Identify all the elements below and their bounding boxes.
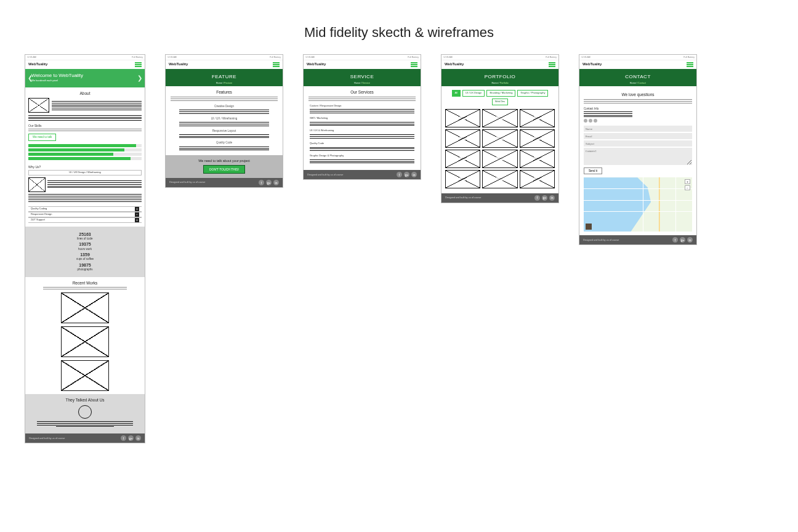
name-field[interactable]: [584, 126, 692, 132]
contact-intro: [584, 99, 692, 103]
contact-heading: We love questions: [584, 92, 692, 97]
logo[interactable]: WebTuality: [445, 62, 464, 66]
map[interactable]: + −: [584, 177, 692, 232]
work-thumb-2[interactable]: [61, 326, 109, 357]
feature-item-3: Responsive Layout: [179, 129, 269, 132]
linkedin-icon[interactable]: in: [687, 237, 693, 243]
gplus-icon[interactable]: g+: [266, 180, 272, 185]
facebook-icon[interactable]: [584, 119, 587, 123]
recent-works: Recent Works: [25, 281, 145, 392]
contact-info-heading: Contact Info: [584, 107, 692, 110]
about-heading: About: [25, 91, 145, 96]
linkedin-icon[interactable]: in: [411, 172, 417, 177]
map-zoom-out-icon[interactable]: −: [685, 185, 690, 190]
facebook-icon[interactable]: f: [121, 435, 126, 441]
hero-prev-icon[interactable]: ❮: [28, 75, 33, 82]
portfolio-thumb[interactable]: — • —: [445, 170, 480, 188]
breadcrumb: Home / Service: [304, 82, 421, 85]
contact-info-text: [584, 111, 632, 117]
gplus-icon[interactable]: g+: [680, 237, 685, 243]
features-intro: [171, 97, 278, 101]
menu-icon[interactable]: [135, 62, 142, 67]
cta-button[interactable]: DON'T TOUCH THIS!: [203, 165, 245, 174]
plus-icon: +: [135, 218, 139, 222]
wireframes-row: 12:35 AM Full Battery WebTuality ❮ ❯ Wel…: [0, 54, 798, 468]
portfolio-thumb[interactable]: — • —: [445, 150, 480, 168]
hero: ❮ ❯ Welcome to WebTuality We handcraft e…: [25, 69, 145, 87]
gplus-icon[interactable]: g+: [404, 172, 409, 177]
page-name: CONTACT: [579, 74, 696, 80]
stat-3-label: cups of coffee: [25, 257, 145, 260]
menu-icon[interactable]: [549, 62, 555, 67]
gplus-icon[interactable]: [589, 119, 592, 123]
comment-field[interactable]: [584, 148, 692, 165]
work-thumb-1[interactable]: [61, 292, 109, 323]
facebook-icon[interactable]: f: [259, 180, 264, 185]
cta: We need to talk about your project DON'T…: [166, 155, 283, 178]
gplus-icon[interactable]: g+: [128, 435, 134, 441]
send-button[interactable]: Send it: [584, 167, 602, 174]
talk-button[interactable]: We need to talk: [28, 134, 56, 141]
gplus-icon[interactable]: g+: [542, 195, 547, 201]
testimonial-text: [37, 421, 132, 427]
footer-text: Designed and built by us of course: [29, 437, 65, 440]
accordion-item-2[interactable]: Responsive Design−: [28, 212, 142, 217]
page-name: PORTFOLIO: [441, 74, 558, 80]
portfolio-thumb[interactable]: — • —: [482, 150, 517, 168]
map-zoom-in-icon[interactable]: +: [685, 179, 690, 184]
skill-bar-2: [28, 148, 124, 151]
feature-item-4-text: [179, 147, 269, 151]
filter-all[interactable]: All: [452, 90, 461, 97]
logo[interactable]: WebTuality: [307, 62, 326, 66]
work-thumb-3[interactable]: [61, 360, 109, 391]
accordion-item-1[interactable]: Quality Coding+: [28, 206, 142, 212]
testimonials-heading: They Talked About Us: [25, 398, 145, 403]
about-text-2: [28, 115, 142, 121]
portfolio-thumb[interactable]: — • —: [520, 150, 555, 168]
filter-graphic[interactable]: Graphic / Photography: [517, 90, 548, 97]
service-list: Custom / Responsive Design SEO / Marketi…: [304, 105, 421, 171]
page-header: FEATURE Home / Feature: [166, 69, 283, 86]
linkedin-icon[interactable]: [594, 119, 597, 123]
portfolio-thumb[interactable]: — • —: [445, 109, 480, 127]
filter-webdev[interactable]: Web Dev: [492, 99, 508, 105]
accordion-item-3[interactable]: 24/7 Support+: [28, 217, 142, 223]
service-item-2-text: [310, 122, 414, 126]
portfolio-thumb[interactable]: — • —: [482, 170, 517, 188]
linkedin-icon[interactable]: in: [549, 195, 555, 201]
logo[interactable]: WebTuality: [28, 62, 47, 66]
page-name: SERVICE: [304, 74, 421, 80]
linkedin-icon[interactable]: in: [273, 180, 279, 185]
why-text-2: [28, 194, 142, 201]
email-field[interactable]: [584, 133, 692, 139]
why-tab-active[interactable]: UI / UX Design / Wireframing: [28, 170, 142, 175]
portfolio-thumb[interactable]: — • —: [445, 129, 480, 148]
logo[interactable]: WebTuality: [169, 62, 188, 66]
avatar: [78, 405, 92, 419]
filter-branding[interactable]: Branding / Marketing: [486, 90, 515, 97]
page-header: PORTFOLIO Home / Portfolio: [441, 69, 558, 86]
menu-icon[interactable]: [411, 62, 417, 67]
facebook-icon[interactable]: f: [534, 195, 540, 201]
linkedin-icon[interactable]: in: [135, 435, 141, 441]
service-item-4-text: [310, 147, 414, 151]
hero-next-icon[interactable]: ❯: [137, 75, 142, 82]
subject-field[interactable]: [584, 140, 692, 147]
portfolio-thumb[interactable]: — • —: [520, 129, 555, 148]
portfolio-thumb[interactable]: — • —: [520, 170, 555, 188]
portfolio-thumb[interactable]: — • —: [482, 109, 517, 127]
status-bar: 12:35 AMFull Battery: [441, 55, 558, 60]
menu-icon[interactable]: [273, 62, 280, 67]
portfolio-thumb[interactable]: — • —: [482, 129, 517, 148]
filter-uiux[interactable]: UI / UX Design: [462, 90, 485, 97]
facebook-icon[interactable]: f: [672, 237, 678, 243]
footer-text: Designed and built by us of course: [583, 239, 619, 242]
stats-block: 25163lines of code 19375hours work 1359c…: [25, 227, 145, 277]
menu-icon[interactable]: [687, 62, 693, 67]
facebook-icon[interactable]: f: [397, 172, 402, 177]
stat-4-num: 19875: [25, 263, 145, 268]
feature-item-1: Creative Design: [179, 105, 269, 108]
logo[interactable]: WebTuality: [582, 62, 602, 66]
portfolio-thumb[interactable]: — • —: [520, 109, 555, 127]
page-header: SERVICE Home / Service: [304, 69, 421, 86]
